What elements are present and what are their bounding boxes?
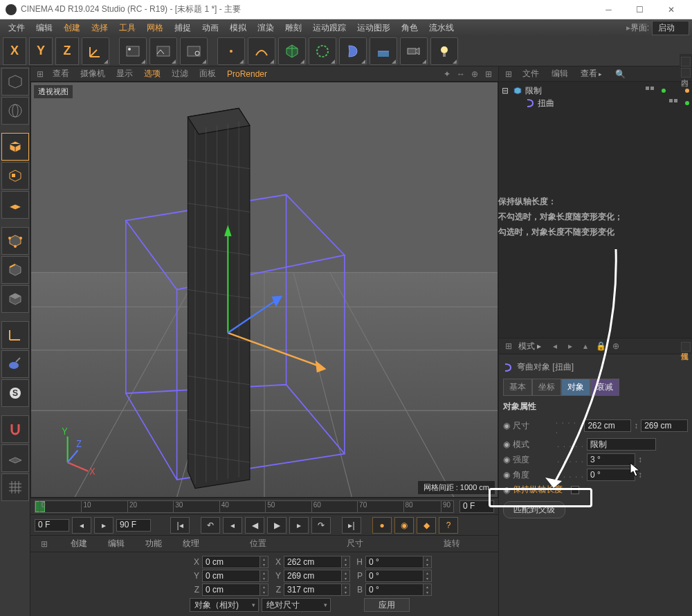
- menu-pipeline[interactable]: 流水线: [424, 22, 459, 34]
- size-b-field[interactable]: 269 cm: [641, 419, 688, 432]
- size-field[interactable]: 317 cm▴▾: [284, 583, 350, 596]
- axis-z-button[interactable]: Z: [55, 37, 79, 65]
- prev-frame-button[interactable]: ◂: [223, 517, 242, 534]
- vp-panel[interactable]: 面板: [195, 68, 220, 80]
- attr-lock-icon[interactable]: 🔒: [595, 341, 606, 352]
- model-mode-button[interactable]: [1, 133, 29, 161]
- environment-button[interactable]: [370, 37, 397, 65]
- attr-tab-falloff[interactable]: 衰减: [590, 379, 619, 396]
- null-button[interactable]: [217, 37, 245, 65]
- menu-mesh[interactable]: 网格: [141, 22, 169, 34]
- layout-icon[interactable]: ⊞: [35, 69, 46, 80]
- point-mode-button[interactable]: [1, 227, 29, 255]
- goto-start-button[interactable]: |◂: [170, 517, 190, 534]
- menu-file[interactable]: 文件: [3, 22, 30, 34]
- attr-panel-icon[interactable]: ⊞: [503, 341, 514, 352]
- tweak-button[interactable]: [1, 350, 29, 378]
- grid-button[interactable]: [1, 473, 29, 501]
- render-view-button[interactable]: [119, 37, 147, 65]
- menu-sim[interactable]: 模拟: [224, 22, 252, 34]
- attr-up-icon[interactable]: ▴: [580, 341, 591, 352]
- object-manager[interactable]: ⊟ 限制 扭曲: [499, 82, 692, 338]
- objmgr-view[interactable]: 查看▸: [576, 68, 606, 80]
- goto-end-button[interactable]: ▸|: [342, 517, 361, 534]
- spline-button[interactable]: [248, 37, 275, 65]
- viewport[interactable]: Y X Z 透视视图 网格间距 : 1000 cm: [30, 82, 498, 498]
- size-a-field[interactable]: 262 cm: [584, 419, 631, 432]
- vp-nav3-icon[interactable]: ⊕: [469, 69, 480, 80]
- menu-mograph[interactable]: 运动图形: [352, 22, 396, 34]
- vp-nav2-icon[interactable]: ↔: [455, 69, 466, 80]
- axis-y-button[interactable]: Y: [29, 37, 53, 65]
- rot-field[interactable]: 0 °▴▾: [365, 556, 432, 568]
- coord-panel-icon[interactable]: ⊞: [39, 538, 50, 550]
- menu-snap[interactable]: 捕捉: [169, 22, 197, 34]
- coord-mode1-combo[interactable]: 对象（相对): [190, 598, 259, 612]
- objmgr-edit[interactable]: 编辑: [547, 68, 572, 80]
- menu-sculpt[interactable]: 雕刻: [280, 22, 307, 34]
- vis-dot-icon[interactable]: [662, 89, 666, 93]
- object-name[interactable]: 限制: [525, 85, 642, 97]
- vp-display[interactable]: 显示: [112, 68, 137, 80]
- maximize-button[interactable]: ☐: [624, 0, 655, 19]
- record-button[interactable]: ●: [372, 517, 392, 534]
- snap-button[interactable]: S: [1, 379, 29, 407]
- next-key-button[interactable]: ↷: [311, 517, 331, 534]
- menu-render[interactable]: 渲染: [252, 22, 280, 34]
- vp-options[interactable]: 选项: [140, 68, 165, 80]
- autokey-button[interactable]: ◉: [394, 517, 414, 534]
- mode-combo[interactable]: 限制: [587, 438, 656, 451]
- coord-tab-tex[interactable]: 纹理: [183, 538, 199, 550]
- vis-dot-icon[interactable]: [685, 101, 689, 105]
- render-settings-button[interactable]: [180, 37, 208, 65]
- objmgr-icon[interactable]: ⊞: [503, 69, 514, 80]
- attr-tab-basic[interactable]: 基本: [503, 379, 532, 396]
- sidetab-attr[interactable]: 属性: [681, 342, 691, 352]
- object-name[interactable]: 扭曲: [538, 98, 666, 109]
- menu-char[interactable]: 角色: [396, 22, 424, 34]
- timeline-ruler[interactable]: 0 10 20 30 40 50 60 70 80 90: [35, 500, 454, 513]
- menu-track[interactable]: 运动跟踪: [307, 22, 352, 34]
- object-row-child[interactable]: 扭曲: [502, 97, 689, 109]
- pos-field[interactable]: 0 cm▴▾: [202, 570, 268, 582]
- next-frame-button[interactable]: ▸: [289, 517, 309, 534]
- locked-workplane-button[interactable]: [1, 444, 29, 472]
- size-field[interactable]: 269 cm▴▾: [284, 570, 350, 582]
- play-button[interactable]: ▶: [267, 517, 286, 534]
- keyhelp-button[interactable]: ?: [439, 517, 458, 534]
- vp-prorender[interactable]: ProRender: [223, 69, 271, 79]
- range-right-button[interactable]: ▸: [94, 517, 113, 534]
- rot-field[interactable]: 0 °▴▾: [365, 570, 432, 582]
- vp-nav1-icon[interactable]: ✦: [441, 69, 453, 80]
- sidetab-content[interactable]: 内容: [681, 68, 691, 78]
- attr-tab-coord[interactable]: 坐标: [532, 379, 561, 396]
- objmgr-file[interactable]: 文件: [518, 68, 543, 80]
- vp-filter[interactable]: 过滤: [167, 68, 192, 80]
- render-pic-button[interactable]: [149, 37, 177, 65]
- prev-key-button[interactable]: ↶: [201, 517, 220, 534]
- objmgr-search-icon[interactable]: 🔍: [614, 69, 626, 80]
- make-editable-button[interactable]: [1, 68, 29, 96]
- menu-create[interactable]: 创建: [58, 22, 86, 34]
- minimize-button[interactable]: ─: [593, 0, 624, 19]
- attr-menu-icon[interactable]: ⊕: [610, 341, 621, 352]
- menu-edit[interactable]: 编辑: [30, 22, 58, 34]
- size-field[interactable]: 262 cm▴▾: [284, 556, 350, 568]
- rot-field[interactable]: 0 °▴▾: [365, 583, 432, 596]
- coord-tab-create[interactable]: 创建: [71, 538, 87, 550]
- timeline[interactable]: 0 10 20 30 40 50 60 70 80 90 0 F: [30, 498, 498, 514]
- axis-x-button[interactable]: X: [3, 37, 26, 65]
- vp-camera[interactable]: 摄像机: [76, 68, 109, 80]
- deformer-button[interactable]: [339, 37, 367, 65]
- close-button[interactable]: ✕: [655, 0, 686, 19]
- tag-icon[interactable]: [685, 89, 689, 93]
- expand-icon[interactable]: ⊟: [502, 86, 510, 96]
- edge-mode-button[interactable]: [1, 256, 29, 284]
- angle-field[interactable]: 0 °: [587, 469, 635, 481]
- coord-mode2-combo[interactable]: 绝对尺寸: [262, 598, 331, 612]
- coord-system-button[interactable]: [82, 37, 109, 65]
- sidetab-obj[interactable]: 对象: [681, 57, 691, 66]
- play-back-button[interactable]: ◀: [245, 517, 264, 534]
- attr-tab-object[interactable]: 对象: [561, 379, 590, 396]
- menu-anim[interactable]: 动画: [197, 22, 224, 34]
